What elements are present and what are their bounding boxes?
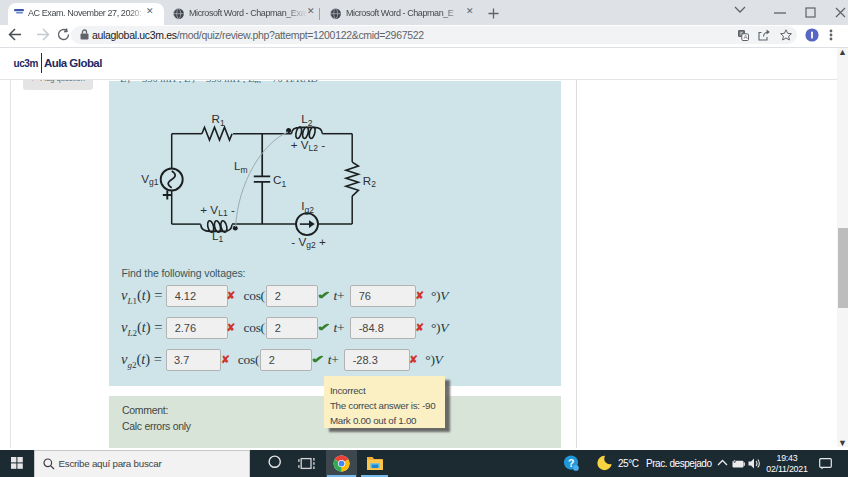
svg-text:Vg1: Vg1 [141, 172, 159, 188]
svg-text:L2: L2 [301, 112, 313, 128]
svg-text:Ig2: Ig2 [301, 199, 314, 215]
svg-text:- Vg2 +: - Vg2 + [291, 235, 326, 251]
svg-text:C1: C1 [273, 173, 286, 189]
svg-text:+ VL1 -: + VL1 - [200, 203, 235, 219]
svg-text:R1: R1 [212, 112, 225, 128]
svg-text:R2: R2 [363, 174, 376, 190]
svg-text:+ VL2 -: + VL2 - [291, 138, 326, 154]
svg-text:Lm: Lm [234, 159, 248, 175]
